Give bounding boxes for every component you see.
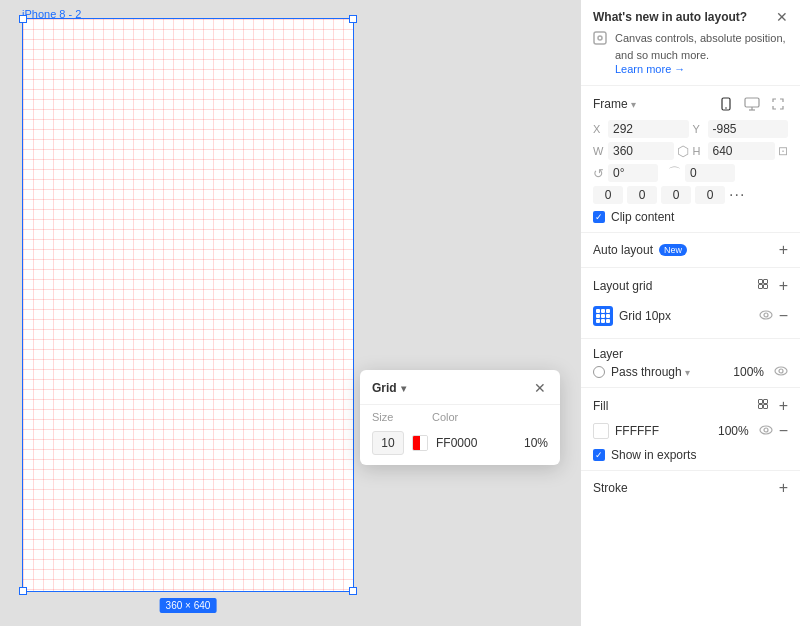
y-label: Y	[693, 123, 705, 135]
desktop-icon[interactable]	[742, 94, 762, 114]
fill-add-btn[interactable]: +	[779, 397, 788, 415]
learn-more-link[interactable]: Learn more →	[615, 63, 788, 75]
grid-dot-9	[606, 319, 610, 323]
swatch-red	[413, 436, 420, 450]
frame-container[interactable]: 360 × 640	[22, 18, 354, 592]
fill-opacity[interactable]: 100%	[718, 424, 749, 438]
svg-point-13	[775, 367, 787, 375]
svg-point-19	[760, 426, 772, 434]
fill-eye-icon[interactable]	[759, 424, 773, 438]
whats-new-header: What's new in auto layout? ✕	[593, 10, 788, 24]
frame-header-row: Frame ▾	[593, 94, 788, 114]
x-label: X	[593, 123, 605, 135]
handle-tr[interactable]	[349, 15, 357, 23]
frame-section: Frame ▾	[581, 86, 800, 233]
handle-br[interactable]	[349, 587, 357, 595]
svg-point-20	[764, 428, 768, 432]
svg-rect-9	[758, 285, 762, 289]
whats-new-body: Canvas controls, absolute position, and …	[593, 30, 788, 75]
corner-tr[interactable]	[627, 186, 657, 204]
svg-rect-15	[758, 400, 762, 404]
grid-entry-name[interactable]: Grid 10px	[619, 309, 753, 323]
h-input[interactable]	[708, 142, 776, 160]
handle-bl[interactable]	[19, 587, 27, 595]
grid-dot-7	[596, 319, 600, 323]
grid-eye-icon[interactable]	[759, 309, 773, 323]
layer-opacity[interactable]: 100%	[733, 365, 764, 379]
svg-point-1	[598, 36, 602, 40]
y-input[interactable]	[708, 120, 789, 138]
svg-rect-8	[763, 280, 767, 284]
fill-header: Fill +	[593, 396, 788, 416]
grid-remove-btn[interactable]: −	[779, 307, 788, 325]
show-exports-row: Show in exports	[593, 448, 788, 462]
svg-rect-4	[745, 98, 759, 107]
w-input[interactable]	[608, 142, 674, 160]
layer-eye-icon[interactable]	[774, 365, 788, 379]
clip-content-checkbox[interactable]	[593, 211, 605, 223]
layer-circle-icon	[593, 366, 605, 378]
fill-row: FFFFFF 100% −	[593, 422, 788, 440]
corner-radius-icon: ⌒	[668, 164, 681, 182]
grid-icon	[593, 306, 613, 326]
layout-grid-title: Layout grid	[593, 279, 652, 293]
grid-dot-5	[601, 314, 605, 318]
xy-coords: X Y	[593, 120, 788, 138]
corner-tl[interactable]	[593, 186, 623, 204]
svg-point-11	[760, 311, 772, 319]
h-label: H	[693, 145, 705, 157]
grid-color-swatch[interactable]	[412, 435, 428, 451]
swatch-white	[420, 436, 427, 450]
grid-layout-icon[interactable]	[755, 276, 775, 296]
frame-section-label: Frame ▾	[593, 97, 636, 111]
layer-section: Layer Pass through ▾ 100%	[581, 339, 800, 388]
grid-size-value[interactable]: 10	[372, 431, 404, 455]
new-badge: New	[659, 244, 687, 256]
auto-layout-add-btn[interactable]: +	[779, 241, 788, 259]
svg-point-3	[725, 107, 727, 109]
grid-dot-6	[606, 314, 610, 318]
corner-bl[interactable]	[661, 186, 691, 204]
right-panel: What's new in auto layout? ✕ Canvas cont…	[580, 0, 800, 626]
whats-new-title: What's new in auto layout?	[593, 10, 747, 24]
frame-dropdown-arrow[interactable]: ▾	[631, 99, 636, 110]
resize-icon[interactable]	[768, 94, 788, 114]
svg-rect-0	[594, 32, 606, 44]
fill-hex[interactable]: FFFFFF	[615, 424, 712, 438]
corner-br[interactable]	[695, 186, 725, 204]
layer-mode-dropdown[interactable]: Pass through ▾	[611, 365, 727, 379]
grid-popup-close[interactable]: ✕	[532, 380, 548, 396]
fill-title: Fill	[593, 399, 608, 413]
show-exports-checkbox[interactable]	[593, 449, 605, 461]
auto-layout-section: Auto layout New +	[581, 233, 800, 268]
phone-icon[interactable]	[716, 94, 736, 114]
handle-tl[interactable]	[19, 15, 27, 23]
more-options-btn[interactable]: ···	[729, 186, 745, 204]
whats-new-text: Canvas controls, absolute position, and …	[615, 30, 788, 75]
svg-rect-16	[763, 400, 767, 404]
frame-icons	[716, 94, 788, 114]
whats-new-close[interactable]: ✕	[776, 10, 788, 24]
grid-hex-value[interactable]: FF0000	[436, 436, 512, 450]
grid-opacity-value[interactable]: 10%	[520, 436, 548, 450]
layout-grid-header: Layout grid +	[593, 276, 788, 296]
fill-section: Fill + FFFFFF 100%	[581, 388, 800, 471]
svg-point-12	[764, 313, 768, 317]
fill-grid-icon[interactable]	[755, 396, 775, 416]
rotation-input[interactable]	[608, 164, 658, 182]
grid-dot-1	[596, 309, 600, 313]
stroke-add-btn[interactable]: +	[779, 479, 788, 497]
grid-dropdown-arrow[interactable]: ▾	[401, 383, 406, 394]
x-input[interactable]	[608, 120, 689, 138]
svg-rect-7	[758, 280, 762, 284]
grid-dot-8	[601, 319, 605, 323]
grid-dot-3	[606, 309, 610, 313]
layout-grid-icons: +	[755, 276, 788, 296]
y-field: Y	[693, 120, 789, 138]
fill-remove-btn[interactable]: −	[779, 422, 788, 440]
h-field: H ⊡	[693, 142, 789, 160]
layout-grid-add-btn[interactable]: +	[779, 277, 788, 295]
svg-rect-10	[763, 285, 767, 289]
corner-radius-input[interactable]	[685, 164, 735, 182]
fill-swatch[interactable]	[593, 423, 609, 439]
